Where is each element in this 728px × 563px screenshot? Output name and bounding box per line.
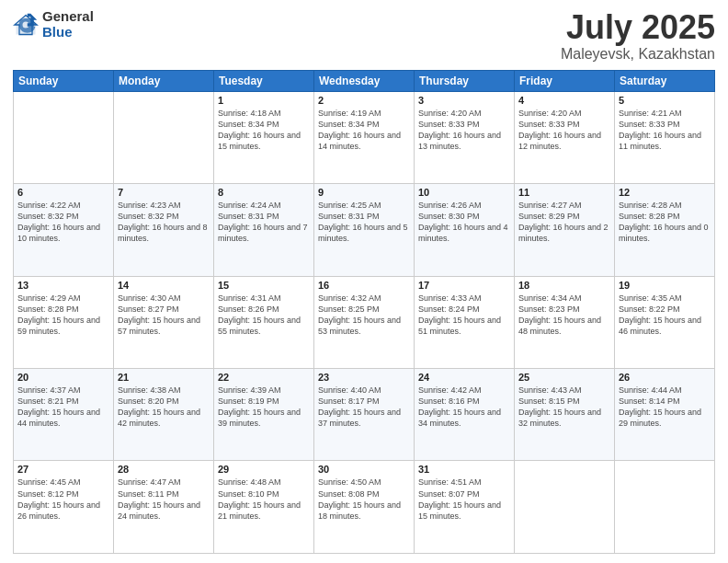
header-thursday: Thursday [415, 70, 515, 91]
page: General Blue July 2025 Maleyevsk, Kazakh… [0, 0, 728, 563]
calendar-cell: 8Sunrise: 4:24 AMSunset: 8:31 PMDaylight… [214, 184, 314, 276]
calendar-cell: 13Sunrise: 4:29 AMSunset: 8:28 PMDayligh… [14, 276, 114, 368]
logo-blue-text: Blue [42, 25, 94, 40]
day-number: 11 [518, 187, 610, 198]
day-number: 27 [17, 464, 109, 475]
calendar-cell [114, 91, 214, 183]
day-info: Sunrise: 4:22 AMSunset: 8:32 PMDaylight:… [17, 200, 109, 245]
day-info: Sunrise: 4:47 AMSunset: 8:11 PMDaylight:… [118, 477, 210, 522]
calendar-cell: 12Sunrise: 4:28 AMSunset: 8:28 PMDayligh… [615, 184, 715, 276]
calendar-week-row-4: 27Sunrise: 4:45 AMSunset: 8:12 PMDayligh… [14, 461, 715, 554]
day-info: Sunrise: 4:34 AMSunset: 8:23 PMDaylight:… [518, 293, 610, 338]
day-number: 17 [418, 280, 510, 291]
calendar-week-row-3: 20Sunrise: 4:37 AMSunset: 8:21 PMDayligh… [14, 369, 715, 461]
header-tuesday: Tuesday [214, 70, 314, 91]
logo-icon [13, 12, 39, 38]
day-number: 25 [518, 372, 610, 383]
day-info: Sunrise: 4:50 AMSunset: 8:08 PMDaylight:… [318, 477, 410, 522]
day-number: 1 [218, 95, 310, 106]
calendar-cell: 15Sunrise: 4:31 AMSunset: 8:26 PMDayligh… [214, 276, 314, 368]
calendar-cell: 26Sunrise: 4:44 AMSunset: 8:14 PMDayligh… [615, 369, 715, 461]
calendar-cell: 23Sunrise: 4:40 AMSunset: 8:17 PMDayligh… [314, 369, 415, 461]
header-friday: Friday [515, 70, 615, 91]
day-info: Sunrise: 4:26 AMSunset: 8:30 PMDaylight:… [418, 200, 510, 245]
day-number: 9 [318, 187, 410, 198]
day-info: Sunrise: 4:20 AMSunset: 8:33 PMDaylight:… [518, 108, 610, 153]
title-block: July 2025 Maleyevsk, Kazakhstan [561, 9, 715, 63]
day-number: 23 [318, 372, 410, 383]
day-info: Sunrise: 4:20 AMSunset: 8:33 PMDaylight:… [418, 108, 510, 153]
calendar-cell: 27Sunrise: 4:45 AMSunset: 8:12 PMDayligh… [14, 461, 114, 554]
calendar-cell: 3Sunrise: 4:20 AMSunset: 8:33 PMDaylight… [415, 91, 515, 183]
calendar-cell: 14Sunrise: 4:30 AMSunset: 8:27 PMDayligh… [114, 276, 214, 368]
day-info: Sunrise: 4:27 AMSunset: 8:29 PMDaylight:… [518, 200, 610, 245]
day-info: Sunrise: 4:19 AMSunset: 8:34 PMDaylight:… [318, 108, 410, 153]
day-number: 18 [518, 280, 610, 291]
day-number: 15 [218, 280, 310, 291]
weekday-header-row: Sunday Monday Tuesday Wednesday Thursday… [14, 70, 715, 91]
logo: General Blue [13, 9, 94, 40]
header-sunday: Sunday [14, 70, 114, 91]
day-info: Sunrise: 4:45 AMSunset: 8:12 PMDaylight:… [17, 477, 109, 522]
day-number: 2 [318, 95, 410, 106]
calendar-cell: 19Sunrise: 4:35 AMSunset: 8:22 PMDayligh… [615, 276, 715, 368]
day-info: Sunrise: 4:21 AMSunset: 8:33 PMDaylight:… [619, 108, 711, 153]
day-info: Sunrise: 4:28 AMSunset: 8:28 PMDaylight:… [619, 200, 711, 245]
calendar-cell: 20Sunrise: 4:37 AMSunset: 8:21 PMDayligh… [14, 369, 114, 461]
day-number: 6 [17, 187, 109, 198]
calendar-cell: 31Sunrise: 4:51 AMSunset: 8:07 PMDayligh… [415, 461, 515, 554]
calendar-table: Sunday Monday Tuesday Wednesday Thursday… [13, 70, 715, 554]
calendar-week-row-1: 6Sunrise: 4:22 AMSunset: 8:32 PMDaylight… [14, 184, 715, 276]
day-number: 12 [619, 187, 711, 198]
calendar-location: Maleyevsk, Kazakhstan [561, 46, 715, 63]
day-info: Sunrise: 4:48 AMSunset: 8:10 PMDaylight:… [218, 477, 310, 522]
calendar-cell: 10Sunrise: 4:26 AMSunset: 8:30 PMDayligh… [415, 184, 515, 276]
calendar-cell: 30Sunrise: 4:50 AMSunset: 8:08 PMDayligh… [314, 461, 415, 554]
day-number: 8 [218, 187, 310, 198]
calendar-cell: 29Sunrise: 4:48 AMSunset: 8:10 PMDayligh… [214, 461, 314, 554]
day-info: Sunrise: 4:35 AMSunset: 8:22 PMDaylight:… [619, 293, 711, 338]
calendar-cell [14, 91, 114, 183]
calendar-title: July 2025 [561, 9, 715, 46]
day-info: Sunrise: 4:39 AMSunset: 8:19 PMDaylight:… [218, 385, 310, 430]
calendar-cell: 9Sunrise: 4:25 AMSunset: 8:31 PMDaylight… [314, 184, 415, 276]
day-info: Sunrise: 4:42 AMSunset: 8:16 PMDaylight:… [418, 385, 510, 430]
calendar-cell: 5Sunrise: 4:21 AMSunset: 8:33 PMDaylight… [615, 91, 715, 183]
day-info: Sunrise: 4:38 AMSunset: 8:20 PMDaylight:… [118, 385, 210, 430]
day-number: 7 [118, 187, 210, 198]
day-number: 26 [619, 372, 711, 383]
day-number: 14 [118, 280, 210, 291]
day-info: Sunrise: 4:24 AMSunset: 8:31 PMDaylight:… [218, 200, 310, 245]
day-info: Sunrise: 4:25 AMSunset: 8:31 PMDaylight:… [318, 200, 410, 245]
calendar-cell: 11Sunrise: 4:27 AMSunset: 8:29 PMDayligh… [515, 184, 615, 276]
day-info: Sunrise: 4:23 AMSunset: 8:32 PMDaylight:… [118, 200, 210, 245]
calendar-cell: 16Sunrise: 4:32 AMSunset: 8:25 PMDayligh… [314, 276, 415, 368]
day-info: Sunrise: 4:51 AMSunset: 8:07 PMDaylight:… [418, 477, 510, 522]
header: General Blue July 2025 Maleyevsk, Kazakh… [13, 9, 715, 63]
day-number: 28 [118, 464, 210, 475]
day-number: 3 [418, 95, 510, 106]
day-number: 24 [418, 372, 510, 383]
day-number: 4 [518, 95, 610, 106]
day-number: 21 [118, 372, 210, 383]
day-info: Sunrise: 4:18 AMSunset: 8:34 PMDaylight:… [218, 108, 310, 153]
calendar-cell [515, 461, 615, 554]
day-number: 10 [418, 187, 510, 198]
day-info: Sunrise: 4:37 AMSunset: 8:21 PMDaylight:… [17, 385, 109, 430]
header-monday: Monday [114, 70, 214, 91]
calendar-cell: 7Sunrise: 4:23 AMSunset: 8:32 PMDaylight… [114, 184, 214, 276]
day-info: Sunrise: 4:29 AMSunset: 8:28 PMDaylight:… [17, 293, 109, 338]
day-info: Sunrise: 4:32 AMSunset: 8:25 PMDaylight:… [318, 293, 410, 338]
day-number: 19 [619, 280, 711, 291]
calendar-cell: 25Sunrise: 4:43 AMSunset: 8:15 PMDayligh… [515, 369, 615, 461]
calendar-cell: 22Sunrise: 4:39 AMSunset: 8:19 PMDayligh… [214, 369, 314, 461]
calendar-cell: 17Sunrise: 4:33 AMSunset: 8:24 PMDayligh… [415, 276, 515, 368]
logo-text: General Blue [42, 9, 94, 40]
calendar-cell: 28Sunrise: 4:47 AMSunset: 8:11 PMDayligh… [114, 461, 214, 554]
calendar-cell: 18Sunrise: 4:34 AMSunset: 8:23 PMDayligh… [515, 276, 615, 368]
calendar-cell: 2Sunrise: 4:19 AMSunset: 8:34 PMDaylight… [314, 91, 415, 183]
header-wednesday: Wednesday [314, 70, 415, 91]
header-saturday: Saturday [615, 70, 715, 91]
day-info: Sunrise: 4:30 AMSunset: 8:27 PMDaylight:… [118, 293, 210, 338]
calendar-week-row-2: 13Sunrise: 4:29 AMSunset: 8:28 PMDayligh… [14, 276, 715, 368]
